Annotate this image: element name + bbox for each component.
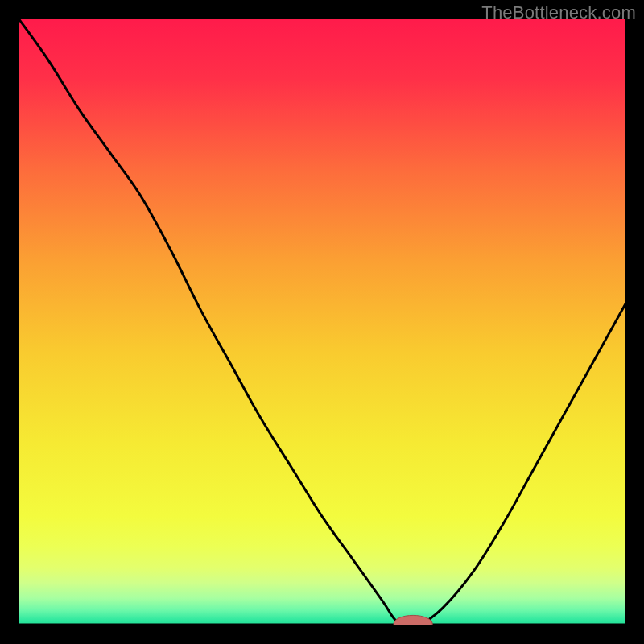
plot-area	[19, 19, 625, 625]
bottleneck-chart	[19, 19, 625, 625]
chart-frame: TheBottleneck.com	[0, 0, 644, 644]
gradient-background	[19, 19, 625, 625]
watermark-text: TheBottleneck.com	[481, 2, 636, 23]
